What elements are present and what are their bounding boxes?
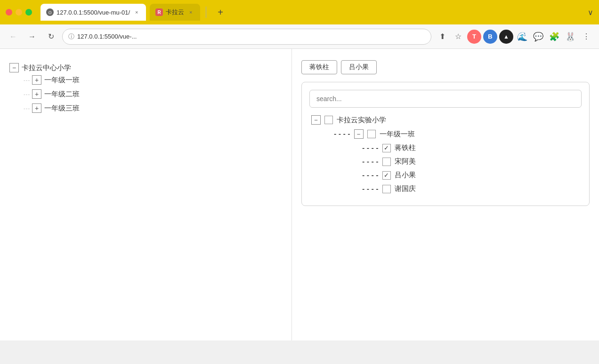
dt-student-2: - - - - 宋阿美 — [362, 157, 580, 166]
more-menu-icon[interactable]: ⋮ — [579, 30, 593, 44]
dashes-1: - - - — [24, 77, 29, 83]
child3-label: 一年级三班 — [44, 104, 80, 113]
dt-student-1: - - - - 蒋铁柱 — [362, 143, 580, 152]
tab-label: 127.0.0.1:5500/vue-mu-01/ — [57, 9, 130, 16]
reload-button[interactable]: ↻ — [43, 29, 58, 44]
share-icon[interactable]: ⬆ — [435, 30, 449, 44]
wave-icon[interactable]: 🌊 — [515, 30, 529, 44]
dt-class-node: - - - - − 一年级一班 — [334, 129, 580, 139]
dt-class-toggle[interactable]: − — [354, 129, 364, 139]
chat-icon[interactable]: 💬 — [531, 30, 545, 44]
tab2-label: 卡拉云 — [166, 8, 184, 16]
maximize-window-button[interactable] — [25, 9, 32, 16]
dropdown-panel: − 卡拉云实验小学 - - - - − 一年级一班 — [301, 82, 590, 206]
child3-toggle[interactable]: + — [32, 103, 41, 113]
dt-root-label: 卡拉云实验小学 — [337, 116, 386, 125]
child2-label: 一年级二班 — [44, 90, 80, 99]
t-icon[interactable]: T — [467, 30, 481, 44]
tab-separator — [206, 7, 206, 18]
root-toggle[interactable]: − — [9, 63, 19, 72]
tab-close-button[interactable]: × — [133, 8, 140, 16]
tree-children: - - - + 一年级一班 - - - + 一年级二班 - - - + 一年级三… — [24, 75, 282, 113]
dt-root-node: − 卡拉云实验小学 — [311, 115, 580, 125]
dt-student-4: - - - - 谢国庆 — [362, 184, 580, 193]
tree-child-2: - - - + 一年级二班 — [24, 89, 282, 99]
address-text: 127.0.0.1:5500/vue-... — [77, 33, 425, 40]
back-button[interactable]: ← — [6, 29, 21, 44]
dashes-2: - - - — [24, 91, 29, 97]
close-window-button[interactable] — [6, 9, 12, 16]
bookmark-icon[interactable]: ☆ — [451, 30, 465, 44]
new-tab-button[interactable]: + — [214, 6, 227, 19]
dt-dashes-class: - - - - — [334, 130, 350, 138]
dt-student4-checkbox[interactable] — [382, 185, 391, 193]
tree-child-3: - - - + 一年级三班 — [24, 103, 282, 113]
dt-student3-label: 吕小果 — [395, 171, 416, 180]
dt-level1-children: - - - - − 一年级一班 - - - - 蒋铁柱 — [324, 129, 580, 193]
nav-bar: ← → ↻ ⓘ 127.0.0.1:5500/vue-... ⬆ ☆ T B ▲… — [0, 24, 599, 49]
dt-class-checkbox[interactable] — [367, 130, 376, 138]
child1-toggle[interactable]: + — [32, 75, 41, 85]
tab-kala[interactable]: R 卡拉云 × — [150, 4, 200, 21]
address-bar[interactable]: ⓘ 127.0.0.1:5500/vue-... — [62, 29, 431, 45]
rabbit-icon[interactable]: 🐰 — [563, 30, 577, 44]
tree-root-node: − 卡拉云中心小学 — [9, 63, 282, 72]
dashes-3: - - - — [24, 105, 29, 111]
tab-chevron[interactable]: ∨ — [588, 8, 593, 17]
info-icon: ⓘ — [68, 32, 74, 41]
dt-student2-checkbox[interactable] — [382, 158, 391, 166]
tag-lvxiaoguo[interactable]: 吕小果 — [341, 60, 377, 74]
child2-toggle[interactable]: + — [32, 89, 41, 99]
dt-student3-checkbox[interactable] — [382, 171, 391, 180]
minimize-window-button[interactable] — [16, 9, 22, 16]
dt-class-label: 一年级一班 — [380, 130, 415, 139]
tree-child-1: - - - + 一年级一班 — [24, 75, 282, 85]
tab-active[interactable]: ⊙ 127.0.0.1:5500/vue-mu-01/ × — [40, 4, 146, 21]
dt-dashes-s2: - - - - — [362, 158, 379, 166]
tag-jiangtietu[interactable]: 蒋铁柱 — [301, 60, 337, 74]
dt-root-checkbox[interactable] — [324, 116, 333, 124]
page-content: − 卡拉云中心小学 - - - + 一年级一班 - - - + 一年级二班 - … — [0, 49, 599, 340]
left-panel: − 卡拉云中心小学 - - - + 一年级一班 - - - + 一年级二班 - … — [0, 49, 292, 340]
tab2-favicon: R — [155, 8, 163, 16]
dropdown-tree: − 卡拉云实验小学 - - - - − 一年级一班 — [309, 115, 582, 193]
dt-student1-label: 蒋铁柱 — [395, 143, 416, 152]
dt-root-toggle[interactable]: − — [311, 115, 321, 125]
toolbar-icons: ⬆ ☆ T B ▲ 🌊 💬 🧩 🐰 ⋮ — [435, 30, 593, 44]
dt-student-3: - - - - 吕小果 — [362, 171, 580, 180]
b-icon[interactable]: B — [483, 30, 497, 44]
tab2-close-button[interactable]: × — [187, 8, 194, 16]
forward-button[interactable]: → — [24, 29, 40, 44]
dt-student4-label: 谢国庆 — [395, 184, 416, 193]
triangle-icon[interactable]: ▲ — [499, 30, 513, 44]
traffic-lights — [6, 9, 32, 16]
browser-chrome: ⊙ 127.0.0.1:5500/vue-mu-01/ × R 卡拉云 × + … — [0, 0, 599, 49]
dt-dashes-s3: - - - - — [362, 171, 379, 180]
selected-tags: 蒋铁柱 吕小果 — [301, 60, 590, 74]
root-label: 卡拉云中心小学 — [22, 63, 71, 72]
dt-class-wrapper: - - - - − 一年级一班 - - - - 蒋铁柱 — [334, 129, 580, 193]
search-input[interactable] — [309, 90, 582, 108]
dt-student2-label: 宋阿美 — [395, 157, 416, 166]
dt-students: - - - - 蒋铁柱 - - - - 宋阿美 — [362, 143, 580, 193]
puzzle-icon[interactable]: 🧩 — [547, 30, 561, 44]
dt-student1-checkbox[interactable] — [382, 144, 391, 152]
right-panel: 蒋铁柱 吕小果 − 卡拉云实验小学 — [292, 49, 599, 340]
tab-favicon: ⊙ — [46, 8, 54, 16]
tab-bar: ⊙ 127.0.0.1:5500/vue-mu-01/ × R 卡拉云 × + … — [0, 0, 599, 24]
child1-label: 一年级一班 — [44, 76, 80, 85]
dt-dashes-s1: - - - - — [362, 144, 379, 152]
dt-dashes-s4: - - - - — [362, 185, 379, 193]
